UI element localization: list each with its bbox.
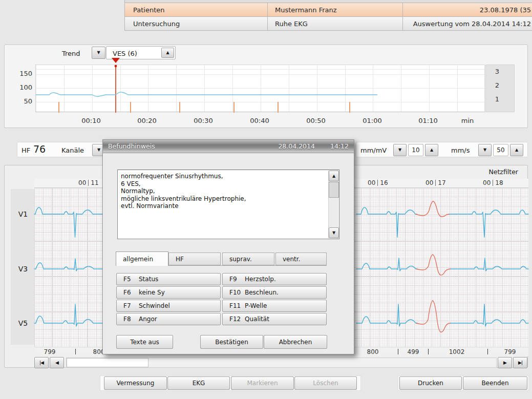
texte-aus-button[interactable]: Texte aus (116, 335, 173, 349)
timestamp-minutes: 11 (91, 179, 98, 186)
button-label: Bestätigen (215, 339, 248, 346)
fkey-text: Herzstolp. (245, 276, 276, 283)
finding-textarea[interactable]: normofrequenter Sinusrhythmus, 6 VES, No… (117, 170, 339, 239)
ecg-horizontal-scrollbar[interactable] (66, 358, 497, 368)
hf-label: HF (22, 146, 30, 154)
dialog-time: 14:12 (330, 142, 349, 150)
fkey-label: F10 (229, 289, 245, 296)
fkey-label: F6 (123, 289, 139, 296)
timestamp-tick (377, 180, 378, 186)
ecg-timestamp: 00 11 (78, 179, 99, 186)
f11-p-welle-button[interactable]: F11 P-Welle (222, 300, 327, 312)
cursor-triangle-icon[interactable] (112, 58, 120, 63)
gain-unit-label: mm/mV (360, 146, 387, 154)
gain-down-button[interactable]: ▼ (393, 144, 407, 156)
fkey-label: F7 (123, 302, 139, 309)
speed-value-box[interactable]: 50 (493, 144, 508, 156)
dialog-date: 28.04.2014 (278, 142, 315, 150)
trend-right-axis: 3 2 1 (485, 65, 515, 112)
vermessung-button[interactable]: Vermessung (104, 376, 167, 390)
scroll-up-button[interactable]: ▲ (329, 171, 339, 181)
fkey-text: Beschleun. (245, 289, 279, 296)
befundhinweis-dialog: Befundhinweis 28.04.2014 14:12 normofreq… (102, 139, 354, 354)
scrollbar-thumb[interactable] (67, 358, 148, 367)
ekg-button[interactable]: EKG (167, 376, 230, 390)
f6-keine-sy-button[interactable]: F6 keine Sy (116, 286, 221, 299)
patient-row-label: Patienten (125, 3, 267, 16)
rr-tick (75, 349, 76, 354)
f5-status-button[interactable]: F5 Status (116, 273, 221, 285)
scroll-down-button[interactable]: ▼ (329, 227, 339, 238)
chevron-down-icon: ▼ (398, 148, 401, 152)
button-label: Abbrechen (279, 339, 312, 346)
tab-label: suprav. (229, 256, 252, 263)
button-label: Drucken (418, 380, 443, 387)
textarea-scrollbar[interactable]: ▲ ▼ (328, 171, 338, 238)
beenden-button[interactable]: Beenden (463, 376, 527, 390)
button-label: Texte aus (130, 339, 159, 346)
trend-event-up-button[interactable]: ▲ (161, 48, 174, 58)
button-label: Löschen (313, 380, 338, 387)
tab-allgemein[interactable]: allgemein (116, 251, 168, 266)
netzfilter-label: Netzfilter (488, 168, 518, 176)
scrollbar-thumb[interactable] (329, 182, 339, 198)
f10-beschleun-button[interactable]: F10 Beschleun. (222, 286, 327, 299)
fkey-label: F8 (123, 316, 139, 323)
bestaetigen-button[interactable]: Bestätigen (200, 335, 263, 349)
tab-suprav[interactable]: suprav. (222, 253, 274, 265)
finding-line: evtl. Normvariante (121, 202, 326, 210)
ecg-trace-v1 (34, 207, 103, 237)
loeschen-button: Löschen (294, 376, 357, 390)
speed-up-button[interactable]: ▲ (510, 144, 523, 156)
nav-prev-button[interactable]: ◀ (50, 357, 64, 368)
tab-hf[interactable]: HF (168, 253, 221, 265)
rr-value: 800 (367, 348, 379, 355)
tab-ventr[interactable]: ventr. (275, 253, 327, 265)
trend-type-label: Trend (62, 50, 80, 57)
timestamp-hours: 00 (425, 179, 433, 186)
rr-value: 799 (504, 348, 516, 355)
speed-down-button[interactable]: ▼ (478, 144, 492, 156)
fkey-text: keine Sy (139, 289, 165, 296)
trend-xtick: 01:10 (418, 117, 437, 124)
lead-label-v3: V3 (15, 265, 31, 273)
ecg-traces-right (356, 188, 528, 347)
fkey-text: Qualität (245, 316, 269, 323)
trend-type-dropdown-button[interactable]: ▼ (92, 47, 105, 59)
nav-last-button[interactable]: ▶| (513, 357, 527, 368)
timestamp-hours: 00 (78, 179, 86, 186)
gain-up-button[interactable]: ▲ (425, 144, 438, 156)
examination-row[interactable]: Untersuchung Ruhe EKG Auswertung vom 28.… (125, 17, 532, 31)
patient-name: Mustermann Franz (267, 3, 402, 16)
tab-label: ventr. (283, 256, 300, 263)
trend-plot-svg (36, 65, 485, 113)
nav-next-button[interactable]: ▶ (498, 357, 512, 368)
hf-value: 76 (33, 143, 46, 155)
heart-rate-trend-line (36, 92, 377, 96)
finding-line: 6 VES, (121, 180, 326, 188)
f12-qualitaet-button[interactable]: F12 Qualität (222, 313, 327, 325)
nav-first-button[interactable]: |◀ (34, 357, 49, 368)
trend-plot (35, 65, 485, 112)
hf-toolbar: HF 76 Kanäle ▼ (17, 142, 103, 157)
ecg-trace-v5 (356, 304, 417, 326)
dialog-titlebar[interactable]: Befundhinweis 28.04.2014 14:12 (103, 140, 354, 153)
rr-value: 799 (44, 348, 56, 355)
first-page-icon: |◀ (39, 361, 44, 365)
ecg-trace-v1-ves (416, 201, 450, 217)
timestamp-hours: 00 (483, 179, 491, 186)
f8-angor-button[interactable]: F8 Angor (116, 313, 221, 325)
trend-rtick-1: 1 (491, 95, 503, 103)
button-label: Vermessung (117, 380, 155, 387)
ecg-trace-v5-ves (416, 301, 451, 332)
trend-ytick-150: 150 (12, 70, 32, 77)
lead-label-v5: V5 (15, 319, 31, 327)
abbrechen-button[interactable]: Abbrechen (264, 335, 327, 349)
gain-value-box[interactable]: 10 (408, 144, 423, 156)
fkey-label: F11 (229, 302, 245, 309)
f7-schwindel-button[interactable]: F7 Schwindel (116, 300, 221, 312)
cursor-marker-dot (115, 65, 117, 68)
patient-row[interactable]: Patienten Mustermann Franz 23.08.1978 (3… (125, 3, 532, 17)
f9-herzstolp-button[interactable]: F9 Herzstolp. (222, 273, 327, 285)
drucken-button[interactable]: Drucken (399, 376, 462, 390)
